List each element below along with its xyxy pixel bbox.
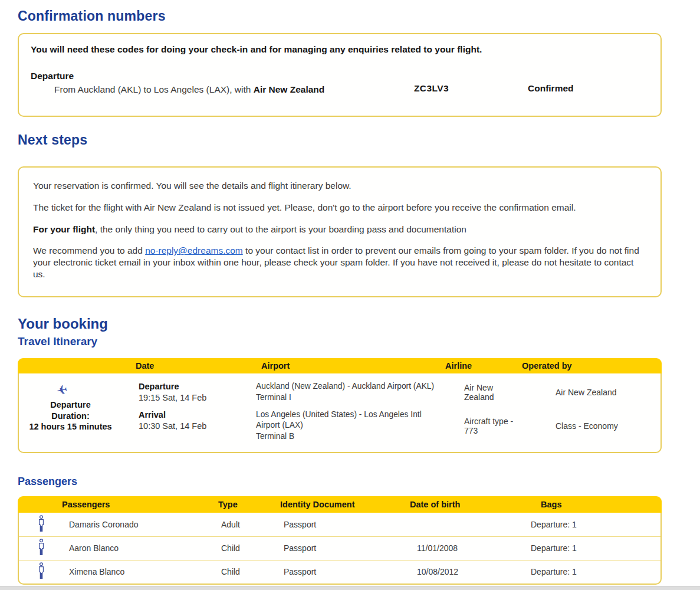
route-airline: Air New Zealand — [254, 84, 325, 94]
arrival-date-cell: Arrival 10:30 Sat, 14 Feb — [122, 409, 240, 442]
departure-time: 19:15 Sat, 14 Feb — [139, 393, 206, 402]
person-icon — [37, 562, 45, 579]
passenger-name: Damaris Coronado — [63, 520, 219, 529]
person-icon — [37, 539, 45, 556]
confirmation-code: ZC3LV3 — [396, 83, 508, 94]
bottom-edge-strip — [0, 586, 700, 590]
person-icon — [37, 515, 45, 532]
your-booking-title: Your booking — [18, 316, 662, 332]
passengers-header-bags: Bags — [525, 500, 662, 509]
passengers-header-document: Identity Document — [280, 500, 410, 509]
itinerary-table-header: Date Airport Airline Operated by — [18, 358, 662, 373]
segment-direction-label: Departure — [50, 400, 91, 409]
passenger-type: Adult — [219, 520, 281, 529]
itinerary-lead-cell: ✈ Departure Duration: 12 hours 15 minute… — [19, 381, 122, 442]
itinerary-header-date: Date — [121, 361, 239, 371]
arrival-terminal: Terminal B — [256, 432, 294, 441]
confirmation-row: From Auckland (AKL) to Los Angeles (LAX)… — [31, 83, 649, 96]
itinerary-header-airport: Airport — [239, 361, 445, 371]
next-steps-paragraph-3: For your flight, the only thing you need… — [33, 224, 640, 235]
itinerary-table: Date Airport Airline Operated by ✈ Depar… — [18, 358, 662, 453]
passengers-table: Passengers Type Identity Document Date o… — [18, 496, 662, 585]
passenger-dob: 10/08/2012 — [411, 567, 526, 576]
passenger-dob: 11/01/2008 — [411, 543, 526, 553]
cabin-class-cell: Class - Economy — [523, 421, 660, 431]
confirmation-status-badge: Confirmed — [508, 83, 574, 94]
airplane-icon: ✈ — [55, 381, 70, 399]
travel-itinerary-title: Travel Itinerary — [18, 335, 662, 348]
passenger-bags: Departure: 1 — [526, 520, 660, 529]
passenger-name: Aaron Blanco — [63, 543, 219, 553]
passengers-header-name: Passengers — [62, 500, 218, 509]
passenger-type: Child — [219, 567, 281, 576]
confirmation-intro-text: You will need these codes for doing your… — [31, 44, 649, 55]
passenger-type: Child — [219, 543, 281, 553]
passengers-table-header: Passengers Type Identity Document Date o… — [18, 496, 662, 513]
next-steps-paragraph-1: Your reservation is confirmed. You will … — [33, 180, 640, 192]
confirmation-direction-label: Departure — [31, 71, 649, 81]
itinerary-header-airline: Airline — [445, 361, 522, 371]
departure-date-cell: Departure 19:15 Sat, 14 Feb — [122, 381, 240, 404]
aircraft-type-cell: Aircraft type - 773 — [446, 417, 523, 435]
airline-cell: Air New Zealand — [446, 383, 523, 402]
confirmation-numbers-panel: You will need these codes for doing your… — [18, 33, 662, 117]
table-row: Damaris Coronado Adult Passport Departur… — [19, 513, 660, 536]
departure-airport-cell: Auckland (New Zealand) - Auckland Airpor… — [240, 381, 446, 403]
arrival-time: 10:30 Sat, 14 Feb — [139, 421, 206, 431]
next-steps-panel: Your reservation is confirmed. You will … — [18, 166, 662, 297]
passenger-bags: Departure: 1 — [526, 543, 660, 553]
confirmation-route: From Auckland (AKL) to Los Angeles (LAX)… — [31, 83, 396, 96]
table-row: Ximena Blanco Child Passport 10/08/2012 … — [19, 560, 660, 584]
passengers-header-dob: Date of birth — [410, 500, 525, 509]
next-steps-title: Next steps — [18, 132, 662, 148]
passenger-document: Passport — [281, 567, 411, 576]
next-steps-paragraph-4: We recommend you to add no-reply@edreams… — [33, 245, 640, 280]
passengers-title: Passengers — [18, 476, 662, 488]
confirmation-numbers-title: Confirmation numbers — [18, 8, 662, 24]
no-reply-email-link[interactable]: no-reply@edreams.com — [145, 245, 243, 255]
passenger-name: Ximena Blanco — [63, 567, 219, 576]
passenger-bags: Departure: 1 — [526, 567, 660, 576]
segment-duration-label: Duration: — [51, 411, 89, 421]
segment-duration-value: 12 hours 15 minutes — [29, 422, 111, 431]
passenger-document: Passport — [281, 520, 411, 529]
next-steps-paragraph-2: The ticket for the flight with Air New Z… — [33, 202, 640, 214]
table-row: Aaron Blanco Child Passport 11/01/2008 D… — [19, 536, 660, 560]
arrival-airport-cell: Los Angeles (United States) - Los Angele… — [240, 409, 446, 442]
passengers-table-body: Damaris Coronado Adult Passport Departur… — [18, 513, 662, 585]
passenger-document: Passport — [281, 543, 411, 553]
booking-confirmation-page: Confirmation numbers You will need these… — [0, 0, 681, 585]
departure-terminal: Terminal I — [256, 393, 291, 402]
itinerary-segment-row: ✈ Departure Duration: 12 hours 15 minute… — [18, 373, 662, 453]
passengers-header-type: Type — [218, 500, 280, 509]
route-text: From Auckland (AKL) to Los Angeles (LAX)… — [54, 84, 254, 94]
itinerary-header-operated-by: Operated by — [522, 361, 662, 371]
operated-by-cell: Air New Zealand — [523, 388, 660, 397]
